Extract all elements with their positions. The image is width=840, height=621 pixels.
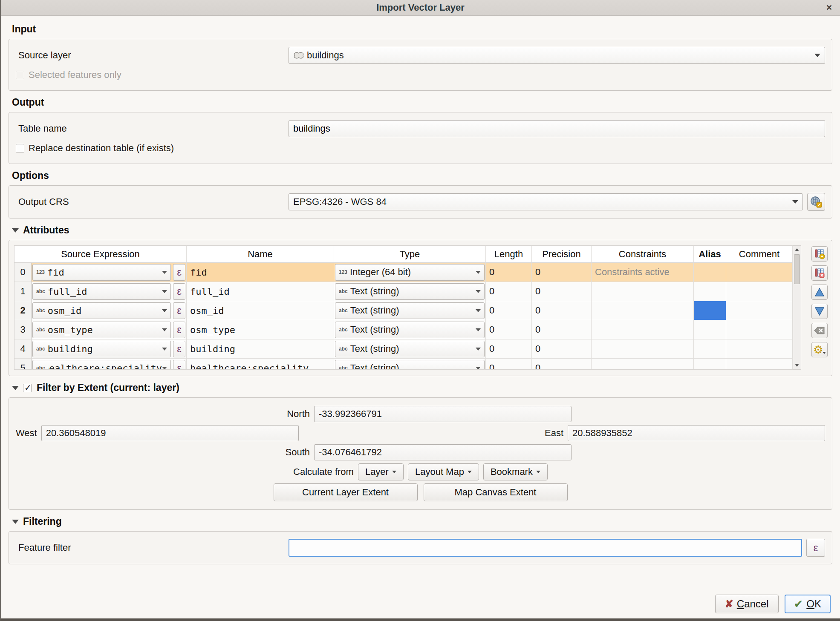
source-expression-cell[interactable]: 123fid xyxy=(32,263,172,282)
source-expression-cell[interactable]: abcbuilding xyxy=(32,339,172,359)
type-cell[interactable]: abcText (string) xyxy=(334,282,486,301)
expression-button[interactable]: ε xyxy=(173,264,185,281)
source-expression-cell[interactable]: abchealthcare:speciality xyxy=(32,359,172,370)
type-cell[interactable]: 123Integer (64 bit) xyxy=(334,263,486,282)
comment-cell[interactable] xyxy=(726,359,793,370)
type-cell[interactable]: abcText (string) xyxy=(334,339,486,359)
alias-cell-selected[interactable] xyxy=(694,301,726,320)
name-cell[interactable]: building xyxy=(187,339,334,359)
length-cell[interactable]: 0 xyxy=(486,320,532,339)
source-expression-cell[interactable]: abcosm_id xyxy=(32,301,172,320)
reset-fields-button[interactable] xyxy=(811,323,828,338)
row-header[interactable]: 1 xyxy=(14,282,32,301)
name-cell[interactable]: healthcare:speciality xyxy=(187,359,334,370)
east-input[interactable] xyxy=(568,425,825,441)
map-canvas-extent-button[interactable]: Map Canvas Extent xyxy=(424,483,568,501)
constraints-cell[interactable] xyxy=(592,339,694,359)
comment-cell[interactable] xyxy=(726,282,793,301)
attributes-section-heading[interactable]: Attributes xyxy=(12,224,832,236)
cancel-button[interactable]: ✘ Cancel xyxy=(715,595,779,613)
type-cell[interactable]: abcText (string) xyxy=(334,359,486,370)
alias-cell[interactable] xyxy=(694,263,726,282)
row-header[interactable]: 2 xyxy=(14,301,32,320)
col-comment[interactable]: Comment xyxy=(726,246,793,263)
length-cell[interactable]: 0 xyxy=(486,359,532,370)
comment-cell[interactable] xyxy=(726,339,793,359)
alias-cell[interactable] xyxy=(694,282,726,301)
precision-cell[interactable]: 0 xyxy=(532,339,592,359)
precision-cell[interactable]: 0 xyxy=(532,320,592,339)
name-cell[interactable]: fid xyxy=(187,263,334,282)
layer-dropdown-button[interactable]: Layer xyxy=(358,463,404,480)
length-cell[interactable]: 0 xyxy=(486,282,532,301)
constraints-cell[interactable] xyxy=(592,301,694,320)
expression-button[interactable]: ε xyxy=(173,302,185,319)
collapse-arrow-icon[interactable] xyxy=(12,520,19,524)
col-type[interactable]: Type xyxy=(334,246,486,263)
row-header[interactable]: 4 xyxy=(14,339,32,359)
comment-cell[interactable] xyxy=(726,320,793,339)
row-header[interactable]: 0 xyxy=(14,263,32,282)
alias-cell[interactable] xyxy=(694,339,726,359)
titlebar[interactable]: Import Vector Layer ✕ xyxy=(1,0,840,16)
source-expression-cell[interactable]: abcosm_type xyxy=(32,320,172,339)
scrollbar-thumb[interactable] xyxy=(794,254,800,284)
south-input[interactable] xyxy=(314,444,572,460)
col-alias[interactable]: Alias xyxy=(694,246,726,263)
type-cell[interactable]: abcText (string) xyxy=(334,301,486,320)
col-constraints[interactable]: Constraints xyxy=(592,246,694,263)
move-field-down-button[interactable] xyxy=(811,304,828,319)
select-crs-button[interactable] xyxy=(807,193,825,211)
north-input[interactable] xyxy=(314,406,572,422)
west-input[interactable] xyxy=(41,425,299,441)
current-layer-extent-button[interactable]: Current Layer Extent xyxy=(274,483,418,501)
extent-section-heading[interactable]: Filter by Extent (current: layer) xyxy=(12,382,832,394)
scroll-up-icon[interactable] xyxy=(793,246,801,254)
layout-map-dropdown-button[interactable]: Layout Map xyxy=(408,463,479,480)
expression-button[interactable]: ε xyxy=(173,341,185,357)
type-cell[interactable]: abcText (string) xyxy=(334,320,486,339)
col-precision[interactable]: Precision xyxy=(532,246,592,263)
field-options-button[interactable]: ⚙ xyxy=(811,342,828,357)
comment-cell[interactable] xyxy=(726,263,793,282)
constraints-cell[interactable] xyxy=(592,359,694,370)
table-name-input[interactable] xyxy=(289,120,825,137)
col-source-expression[interactable]: Source Expression xyxy=(14,246,187,263)
constraints-cell[interactable] xyxy=(592,320,694,339)
feature-filter-input[interactable] xyxy=(289,539,802,557)
close-icon[interactable]: ✕ xyxy=(826,3,832,12)
expression-button[interactable]: ε xyxy=(173,322,185,338)
constraints-cell[interactable]: Constraints active xyxy=(592,263,694,282)
expression-button[interactable]: ε xyxy=(173,283,185,300)
alias-cell[interactable] xyxy=(694,359,726,370)
collapse-arrow-icon[interactable] xyxy=(12,228,19,233)
source-layer-combobox[interactable]: buildings xyxy=(289,47,825,64)
precision-cell[interactable]: 0 xyxy=(532,263,592,282)
row-header[interactable]: 3 xyxy=(14,320,32,339)
length-cell[interactable]: 0 xyxy=(486,301,532,320)
length-cell[interactable]: 0 xyxy=(486,263,532,282)
add-field-button[interactable] xyxy=(811,246,828,262)
scroll-down-icon[interactable] xyxy=(793,361,801,369)
col-length[interactable]: Length xyxy=(486,246,532,263)
alias-cell[interactable] xyxy=(694,320,726,339)
length-cell[interactable]: 0 xyxy=(486,339,532,359)
output-crs-combobox[interactable]: EPSG:4326 - WGS 84 xyxy=(289,193,803,210)
name-cell[interactable]: osm_id xyxy=(187,301,334,320)
delete-field-button[interactable] xyxy=(811,265,828,281)
source-expression-cell[interactable]: abcfull_id xyxy=(32,282,172,301)
precision-cell[interactable]: 0 xyxy=(532,301,592,320)
table-vertical-scrollbar[interactable] xyxy=(793,245,801,370)
bookmark-dropdown-button[interactable]: Bookmark xyxy=(483,463,548,480)
name-cell[interactable]: osm_type xyxy=(187,320,334,339)
constraints-cell[interactable] xyxy=(592,282,694,301)
precision-cell[interactable]: 0 xyxy=(532,359,592,370)
name-cell[interactable]: full_id xyxy=(187,282,334,301)
extent-enabled-checkbox[interactable] xyxy=(23,384,32,392)
filter-expression-button[interactable]: ε xyxy=(806,539,825,557)
comment-cell[interactable] xyxy=(726,301,793,320)
precision-cell[interactable]: 0 xyxy=(532,282,592,301)
row-header[interactable]: 5 xyxy=(14,359,32,370)
col-name[interactable]: Name xyxy=(187,246,334,263)
collapse-arrow-icon[interactable] xyxy=(12,386,19,390)
